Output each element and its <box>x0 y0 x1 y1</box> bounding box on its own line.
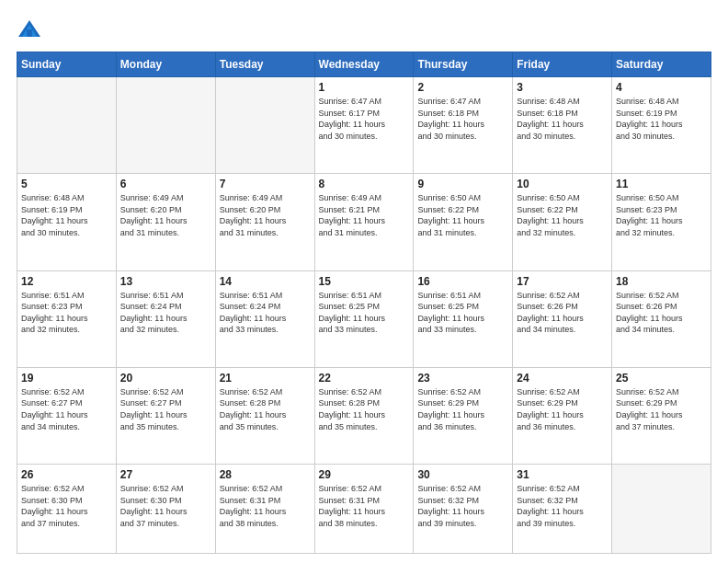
page: SundayMondayTuesdayWednesdayThursdayFrid… <box>0 0 728 563</box>
day-number: 13 <box>120 275 211 288</box>
day-info: Sunrise: 6:50 AM Sunset: 6:22 PM Dayligh… <box>417 192 508 238</box>
weekday-header: Friday <box>513 52 612 77</box>
day-info: Sunrise: 6:52 AM Sunset: 6:28 PM Dayligh… <box>220 386 311 432</box>
calendar-day-cell: 4Sunrise: 6:48 AM Sunset: 6:19 PM Daylig… <box>612 77 711 174</box>
day-info: Sunrise: 6:51 AM Sunset: 6:24 PM Dayligh… <box>120 290 211 336</box>
day-info: Sunrise: 6:48 AM Sunset: 6:18 PM Dayligh… <box>517 96 608 142</box>
logo-icon <box>17 17 42 42</box>
calendar-day-cell: 6Sunrise: 6:49 AM Sunset: 6:20 PM Daylig… <box>116 174 215 270</box>
calendar-day-cell: 20Sunrise: 6:52 AM Sunset: 6:27 PM Dayli… <box>116 367 215 464</box>
day-info: Sunrise: 6:52 AM Sunset: 6:29 PM Dayligh… <box>616 386 707 432</box>
day-info: Sunrise: 6:51 AM Sunset: 6:24 PM Dayligh… <box>220 290 311 336</box>
day-number: 29 <box>319 468 410 481</box>
day-info: Sunrise: 6:52 AM Sunset: 6:31 PM Dayligh… <box>319 483 410 529</box>
calendar-day-cell: 15Sunrise: 6:51 AM Sunset: 6:25 PM Dayli… <box>314 270 414 367</box>
calendar-week-row: 19Sunrise: 6:52 AM Sunset: 6:27 PM Dayli… <box>17 367 711 464</box>
day-info: Sunrise: 6:50 AM Sunset: 6:23 PM Dayligh… <box>616 192 707 238</box>
day-number: 14 <box>220 275 311 288</box>
calendar-day-cell: 5Sunrise: 6:48 AM Sunset: 6:19 PM Daylig… <box>17 174 117 270</box>
calendar-day-cell: 12Sunrise: 6:51 AM Sunset: 6:23 PM Dayli… <box>17 270 117 367</box>
day-number: 28 <box>220 468 311 481</box>
svg-rect-2 <box>27 29 32 37</box>
calendar-day-cell: 25Sunrise: 6:52 AM Sunset: 6:29 PM Dayli… <box>612 367 711 464</box>
day-info: Sunrise: 6:51 AM Sunset: 6:23 PM Dayligh… <box>21 290 112 336</box>
day-info: Sunrise: 6:52 AM Sunset: 6:26 PM Dayligh… <box>616 290 707 336</box>
day-number: 10 <box>517 178 608 190</box>
calendar-day-cell: 28Sunrise: 6:52 AM Sunset: 6:31 PM Dayli… <box>215 465 314 554</box>
day-number: 3 <box>517 81 608 94</box>
day-info: Sunrise: 6:47 AM Sunset: 6:17 PM Dayligh… <box>319 96 410 142</box>
calendar-day-cell: 21Sunrise: 6:52 AM Sunset: 6:28 PM Dayli… <box>215 367 314 464</box>
day-number: 25 <box>616 372 707 385</box>
day-info: Sunrise: 6:51 AM Sunset: 6:25 PM Dayligh… <box>417 290 508 336</box>
day-number: 18 <box>616 275 707 288</box>
day-info: Sunrise: 6:52 AM Sunset: 6:32 PM Dayligh… <box>417 483 508 529</box>
calendar-day-cell: 19Sunrise: 6:52 AM Sunset: 6:27 PM Dayli… <box>17 367 117 464</box>
day-info: Sunrise: 6:48 AM Sunset: 6:19 PM Dayligh… <box>21 192 112 238</box>
calendar-day-cell: 26Sunrise: 6:52 AM Sunset: 6:30 PM Dayli… <box>17 465 117 554</box>
day-info: Sunrise: 6:52 AM Sunset: 6:30 PM Dayligh… <box>120 483 211 529</box>
day-number: 23 <box>417 372 508 385</box>
calendar-week-row: 26Sunrise: 6:52 AM Sunset: 6:30 PM Dayli… <box>17 465 711 554</box>
calendar-day-cell: 17Sunrise: 6:52 AM Sunset: 6:26 PM Dayli… <box>513 270 612 367</box>
day-info: Sunrise: 6:50 AM Sunset: 6:22 PM Dayligh… <box>517 192 608 238</box>
calendar-day-cell: 23Sunrise: 6:52 AM Sunset: 6:29 PM Dayli… <box>414 367 513 464</box>
calendar-day-cell: 16Sunrise: 6:51 AM Sunset: 6:25 PM Dayli… <box>414 270 513 367</box>
calendar-day-cell: 30Sunrise: 6:52 AM Sunset: 6:32 PM Dayli… <box>414 465 513 554</box>
day-info: Sunrise: 6:52 AM Sunset: 6:29 PM Dayligh… <box>517 386 608 432</box>
day-number: 24 <box>517 372 608 385</box>
day-info: Sunrise: 6:49 AM Sunset: 6:20 PM Dayligh… <box>120 192 211 238</box>
day-number: 5 <box>21 178 112 190</box>
calendar-day-cell: 3Sunrise: 6:48 AM Sunset: 6:18 PM Daylig… <box>513 77 612 174</box>
calendar-day-cell: 31Sunrise: 6:52 AM Sunset: 6:32 PM Dayli… <box>513 465 612 554</box>
calendar-day-cell: 29Sunrise: 6:52 AM Sunset: 6:31 PM Dayli… <box>314 465 414 554</box>
day-number: 26 <box>21 468 112 481</box>
weekday-header: Thursday <box>414 52 513 77</box>
calendar-day-cell: 11Sunrise: 6:50 AM Sunset: 6:23 PM Dayli… <box>612 174 711 270</box>
calendar-table: SundayMondayTuesdayWednesdayThursdayFrid… <box>17 52 711 554</box>
weekday-header: Wednesday <box>314 52 414 77</box>
day-info: Sunrise: 6:52 AM Sunset: 6:32 PM Dayligh… <box>517 483 608 529</box>
calendar-day-cell <box>116 77 215 174</box>
day-number: 16 <box>417 275 508 288</box>
calendar-day-cell <box>612 465 711 554</box>
calendar-day-cell: 14Sunrise: 6:51 AM Sunset: 6:24 PM Dayli… <box>215 270 314 367</box>
day-info: Sunrise: 6:52 AM Sunset: 6:31 PM Dayligh… <box>220 483 311 529</box>
weekday-header: Saturday <box>612 52 711 77</box>
calendar-day-cell: 24Sunrise: 6:52 AM Sunset: 6:29 PM Dayli… <box>513 367 612 464</box>
day-number: 11 <box>616 178 707 190</box>
day-number: 21 <box>220 372 311 385</box>
day-info: Sunrise: 6:52 AM Sunset: 6:26 PM Dayligh… <box>517 290 608 336</box>
logo <box>17 17 46 42</box>
calendar-day-cell: 18Sunrise: 6:52 AM Sunset: 6:26 PM Dayli… <box>612 270 711 367</box>
calendar-day-cell <box>215 77 314 174</box>
calendar-week-row: 5Sunrise: 6:48 AM Sunset: 6:19 PM Daylig… <box>17 174 711 270</box>
weekday-header: Tuesday <box>215 52 314 77</box>
day-number: 27 <box>120 468 211 481</box>
day-number: 4 <box>616 81 707 94</box>
day-info: Sunrise: 6:52 AM Sunset: 6:27 PM Dayligh… <box>21 386 112 432</box>
day-number: 8 <box>319 178 410 190</box>
day-info: Sunrise: 6:52 AM Sunset: 6:28 PM Dayligh… <box>319 386 410 432</box>
day-info: Sunrise: 6:51 AM Sunset: 6:25 PM Dayligh… <box>319 290 410 336</box>
day-number: 9 <box>417 178 508 190</box>
day-number: 31 <box>517 468 608 481</box>
calendar-day-cell: 2Sunrise: 6:47 AM Sunset: 6:18 PM Daylig… <box>414 77 513 174</box>
day-number: 1 <box>319 81 410 94</box>
calendar-week-row: 1Sunrise: 6:47 AM Sunset: 6:17 PM Daylig… <box>17 77 711 174</box>
calendar-day-cell <box>17 77 117 174</box>
calendar-day-cell: 27Sunrise: 6:52 AM Sunset: 6:30 PM Dayli… <box>116 465 215 554</box>
calendar-day-cell: 8Sunrise: 6:49 AM Sunset: 6:21 PM Daylig… <box>314 174 414 270</box>
day-number: 20 <box>120 372 211 385</box>
calendar-day-cell: 1Sunrise: 6:47 AM Sunset: 6:17 PM Daylig… <box>314 77 414 174</box>
day-info: Sunrise: 6:49 AM Sunset: 6:20 PM Dayligh… <box>220 192 311 238</box>
day-info: Sunrise: 6:52 AM Sunset: 6:27 PM Dayligh… <box>120 386 211 432</box>
day-number: 7 <box>220 178 311 190</box>
day-info: Sunrise: 6:48 AM Sunset: 6:19 PM Dayligh… <box>616 96 707 142</box>
day-info: Sunrise: 6:52 AM Sunset: 6:29 PM Dayligh… <box>417 386 508 432</box>
day-number: 15 <box>319 275 410 288</box>
day-info: Sunrise: 6:52 AM Sunset: 6:30 PM Dayligh… <box>21 483 112 529</box>
header <box>17 17 711 42</box>
weekday-header: Sunday <box>17 52 117 77</box>
calendar-day-cell: 10Sunrise: 6:50 AM Sunset: 6:22 PM Dayli… <box>513 174 612 270</box>
